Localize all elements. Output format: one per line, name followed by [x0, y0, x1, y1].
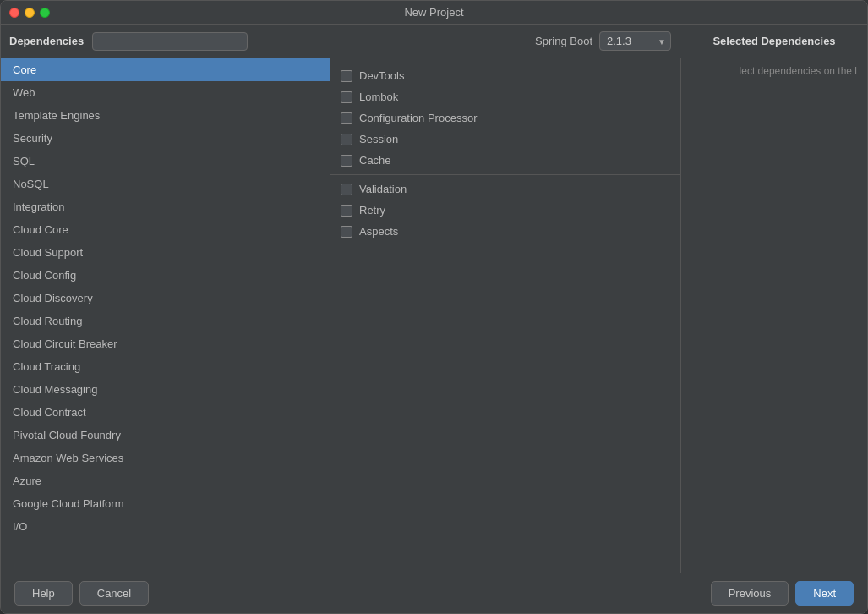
category-item-core[interactable]: Core	[1, 58, 330, 81]
category-item-web[interactable]: Web	[1, 81, 330, 104]
category-item-cloud-routing[interactable]: Cloud Routing	[1, 310, 330, 332]
dep-item-cache[interactable]: Cache	[330, 150, 680, 171]
selected-deps-content: lect dependencies on the l	[681, 58, 867, 573]
close-button[interactable]	[9, 8, 19, 18]
category-item-cloud-messaging[interactable]: Cloud Messaging	[1, 378, 330, 401]
dep-name-aspects: Aspects	[359, 225, 398, 238]
selected-deps-placeholder: lect dependencies on the l	[740, 65, 857, 77]
dep-checkbox-aspects[interactable]	[341, 226, 352, 238]
category-list: CoreWebTemplate EnginesSecuritySQLNoSQLI…	[1, 58, 330, 573]
category-item-io[interactable]: I/O	[1, 515, 330, 538]
dep-checkbox-lombok[interactable]	[341, 91, 352, 103]
dep-name-session: Session	[359, 133, 398, 145]
category-item-google-cloud-platform[interactable]: Google Cloud Platform	[1, 492, 330, 515]
spring-boot-label: Spring Boot	[535, 35, 592, 47]
dep-item-configuration-processor[interactable]: Configuration Processor	[330, 107, 680, 129]
category-item-cloud-support[interactable]: Cloud Support	[1, 241, 330, 264]
category-item-security[interactable]: Security	[1, 127, 330, 150]
category-item-integration[interactable]: Integration	[1, 195, 330, 218]
deps-list: DevToolsLombokConfiguration ProcessorSes…	[330, 58, 680, 573]
dep-item-lombok[interactable]: Lombok	[330, 86, 680, 107]
selected-deps-header-area: Selected Dependencies	[681, 25, 867, 58]
new-project-window: New Project Dependencies 🔍 Spring Boot 2…	[0, 0, 868, 614]
spring-version-wrapper: 2.1.3 2.0.9 2.2.0 M1 ▼	[599, 31, 671, 51]
category-item-azure[interactable]: Azure	[1, 469, 330, 492]
dep-item-retry[interactable]: Retry	[330, 200, 680, 221]
category-item-sql[interactable]: SQL	[1, 150, 330, 173]
category-item-template-engines[interactable]: Template Engines	[1, 104, 330, 127]
dep-name-retry: Retry	[359, 204, 385, 217]
right-panel: lect dependencies on the l	[681, 58, 867, 573]
footer: Help Cancel Previous Next	[1, 573, 867, 613]
category-item-cloud-contract[interactable]: Cloud Contract	[1, 401, 330, 424]
spring-version-select[interactable]: 2.1.3 2.0.9 2.2.0 M1	[599, 31, 671, 51]
previous-button[interactable]: Previous	[711, 581, 789, 606]
category-item-cloud-config[interactable]: Cloud Config	[1, 264, 330, 287]
cancel-button[interactable]: Cancel	[79, 581, 149, 606]
dep-name-validation: Validation	[359, 183, 407, 195]
dep-name-cache: Cache	[359, 154, 391, 167]
footer-right-buttons: Previous Next	[711, 581, 854, 606]
category-item-pivotal-cloud-foundry[interactable]: Pivotal Cloud Foundry	[1, 424, 330, 447]
traffic-lights	[9, 8, 50, 18]
dep-checkbox-retry[interactable]	[341, 205, 352, 217]
search-input[interactable]	[92, 32, 248, 51]
dep-item-aspects[interactable]: Aspects	[330, 221, 680, 242]
dep-name-devtools: DevTools	[359, 69, 404, 82]
category-item-amazon-web-services[interactable]: Amazon Web Services	[1, 447, 330, 469]
dep-checkbox-devtools[interactable]	[341, 70, 352, 82]
category-item-cloud-circuit-breaker[interactable]: Cloud Circuit Breaker	[1, 332, 330, 355]
window-title: New Project	[404, 6, 463, 19]
dep-checkbox-session[interactable]	[341, 134, 352, 145]
help-button[interactable]: Help	[14, 581, 73, 606]
dep-checkbox-configuration-processor[interactable]	[341, 112, 352, 124]
dep-name-configuration-processor: Configuration Processor	[359, 112, 477, 124]
top-header: Dependencies 🔍 Spring Boot 2.1.3 2.0.9 2…	[1, 25, 867, 58]
dependencies-label: Dependencies	[9, 35, 84, 47]
minimize-button[interactable]	[25, 8, 35, 18]
deps-separator	[330, 174, 680, 175]
footer-left-buttons: Help Cancel	[14, 581, 149, 606]
category-item-cloud-discovery[interactable]: Cloud Discovery	[1, 287, 330, 310]
title-bar: New Project	[1, 1, 867, 25]
dep-name-lombok: Lombok	[359, 90, 398, 103]
spring-boot-bar: Spring Boot 2.1.3 2.0.9 2.2.0 M1 ▼	[330, 25, 681, 58]
dep-item-session[interactable]: Session	[330, 129, 680, 150]
category-item-cloud-tracing[interactable]: Cloud Tracing	[1, 355, 330, 378]
content-area: CoreWebTemplate EnginesSecuritySQLNoSQLI…	[1, 58, 867, 573]
maximize-button[interactable]	[40, 8, 50, 18]
category-item-nosql[interactable]: NoSQL	[1, 173, 330, 195]
dep-checkbox-cache[interactable]	[341, 155, 352, 167]
left-panel: CoreWebTemplate EnginesSecuritySQLNoSQLI…	[1, 58, 330, 573]
next-button[interactable]: Next	[795, 581, 854, 606]
dep-item-devtools[interactable]: DevTools	[330, 65, 680, 86]
category-item-cloud-core[interactable]: Cloud Core	[1, 218, 330, 241]
dep-item-validation[interactable]: Validation	[330, 178, 680, 200]
dep-checkbox-validation[interactable]	[341, 184, 352, 195]
search-wrapper: 🔍	[92, 32, 321, 51]
middle-panel: DevToolsLombokConfiguration ProcessorSes…	[330, 58, 681, 573]
selected-dependencies-label: Selected Dependencies	[712, 35, 835, 47]
